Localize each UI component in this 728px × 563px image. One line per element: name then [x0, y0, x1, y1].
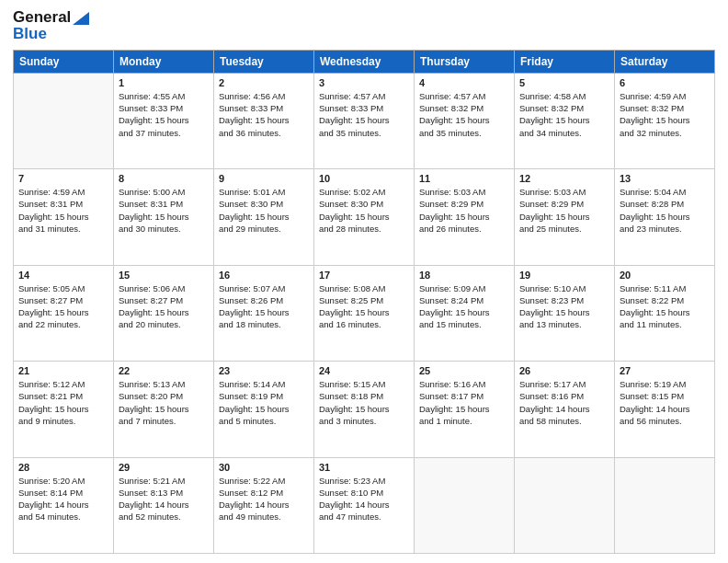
calendar-week-1: 1Sunrise: 4:55 AM Sunset: 8:33 PM Daylig…	[14, 73, 715, 168]
day-number: 11	[419, 173, 509, 184]
day-info: Sunrise: 5:06 AM Sunset: 8:27 PM Dayligh…	[119, 282, 209, 331]
day-info: Sunrise: 5:14 AM Sunset: 8:19 PM Dayligh…	[219, 378, 309, 427]
day-number: 31	[319, 462, 409, 473]
calendar-cell: 28Sunrise: 5:20 AM Sunset: 8:14 PM Dayli…	[14, 457, 114, 554]
day-info: Sunrise: 5:08 AM Sunset: 8:25 PM Dayligh…	[319, 282, 409, 331]
calendar-table: SundayMondayTuesdayWednesdayThursdayFrid…	[13, 50, 715, 554]
calendar-cell: 20Sunrise: 5:11 AM Sunset: 8:22 PM Dayli…	[615, 265, 715, 361]
day-number: 21	[18, 365, 108, 376]
day-number: 27	[620, 365, 710, 376]
day-info: Sunrise: 5:01 AM Sunset: 8:30 PM Dayligh…	[219, 186, 309, 235]
calendar-cell: 26Sunrise: 5:17 AM Sunset: 8:16 PM Dayli…	[515, 362, 615, 457]
calendar-cell: 12Sunrise: 5:03 AM Sunset: 8:29 PM Dayli…	[515, 169, 615, 265]
calendar-cell: 2Sunrise: 4:56 AM Sunset: 8:33 PM Daylig…	[214, 73, 314, 168]
day-number: 3	[319, 77, 409, 88]
calendar-cell: 23Sunrise: 5:14 AM Sunset: 8:19 PM Dayli…	[214, 362, 314, 457]
day-info: Sunrise: 4:59 AM Sunset: 8:32 PM Dayligh…	[620, 90, 710, 139]
day-info: Sunrise: 4:55 AM Sunset: 8:33 PM Dayligh…	[119, 90, 209, 139]
day-info: Sunrise: 5:20 AM Sunset: 8:14 PM Dayligh…	[18, 475, 108, 523]
day-number: 23	[219, 365, 309, 376]
day-info: Sunrise: 5:09 AM Sunset: 8:24 PM Dayligh…	[419, 282, 509, 331]
calendar-week-5: 28Sunrise: 5:20 AM Sunset: 8:14 PM Dayli…	[14, 457, 715, 554]
day-info: Sunrise: 4:59 AM Sunset: 8:31 PM Dayligh…	[18, 186, 108, 235]
calendar-cell: 9Sunrise: 5:01 AM Sunset: 8:30 PM Daylig…	[214, 169, 314, 265]
svg-marker-0	[73, 12, 89, 25]
day-info: Sunrise: 4:57 AM Sunset: 8:32 PM Dayligh…	[419, 90, 509, 139]
day-number: 29	[119, 462, 209, 473]
weekday-header-wednesday: Wednesday	[314, 50, 415, 73]
day-info: Sunrise: 5:13 AM Sunset: 8:20 PM Dayligh…	[119, 378, 209, 427]
day-info: Sunrise: 4:56 AM Sunset: 8:33 PM Dayligh…	[219, 90, 309, 139]
day-number: 13	[620, 173, 710, 184]
logo-general: General	[13, 9, 89, 26]
calendar-cell: 11Sunrise: 5:03 AM Sunset: 8:29 PM Dayli…	[415, 169, 515, 265]
calendar-cell: 31Sunrise: 5:23 AM Sunset: 8:10 PM Dayli…	[314, 457, 415, 554]
day-info: Sunrise: 5:02 AM Sunset: 8:30 PM Dayligh…	[319, 186, 409, 235]
day-number: 10	[319, 173, 409, 184]
calendar-cell: 8Sunrise: 5:00 AM Sunset: 8:31 PM Daylig…	[114, 169, 214, 265]
calendar-cell: 15Sunrise: 5:06 AM Sunset: 8:27 PM Dayli…	[114, 265, 214, 361]
day-info: Sunrise: 5:21 AM Sunset: 8:13 PM Dayligh…	[119, 475, 209, 523]
header: General Blue	[13, 9, 715, 42]
day-info: Sunrise: 5:17 AM Sunset: 8:16 PM Dayligh…	[519, 378, 609, 427]
day-number: 12	[519, 173, 609, 184]
day-info: Sunrise: 5:19 AM Sunset: 8:15 PM Dayligh…	[620, 378, 710, 427]
calendar-cell: 7Sunrise: 4:59 AM Sunset: 8:31 PM Daylig…	[14, 169, 114, 265]
calendar-cell: 29Sunrise: 5:21 AM Sunset: 8:13 PM Dayli…	[114, 457, 214, 554]
weekday-header-row: SundayMondayTuesdayWednesdayThursdayFrid…	[14, 50, 715, 73]
day-number: 24	[319, 365, 409, 376]
day-number: 15	[119, 270, 209, 281]
calendar-cell: 3Sunrise: 4:57 AM Sunset: 8:33 PM Daylig…	[314, 73, 415, 168]
calendar-cell	[415, 457, 515, 554]
calendar-cell: 14Sunrise: 5:05 AM Sunset: 8:27 PM Dayli…	[14, 265, 114, 361]
calendar-cell: 18Sunrise: 5:09 AM Sunset: 8:24 PM Dayli…	[415, 265, 515, 361]
weekday-header-monday: Monday	[114, 50, 214, 73]
calendar-cell	[14, 73, 114, 168]
day-number: 7	[18, 173, 108, 184]
day-number: 30	[219, 462, 309, 473]
day-number: 22	[119, 365, 209, 376]
day-number: 25	[419, 365, 509, 376]
calendar-body: 1Sunrise: 4:55 AM Sunset: 8:33 PM Daylig…	[14, 73, 715, 553]
calendar-cell: 30Sunrise: 5:22 AM Sunset: 8:12 PM Dayli…	[214, 457, 314, 554]
day-info: Sunrise: 4:57 AM Sunset: 8:33 PM Dayligh…	[319, 90, 409, 139]
day-info: Sunrise: 5:16 AM Sunset: 8:17 PM Dayligh…	[419, 378, 509, 427]
day-number: 18	[419, 270, 509, 281]
calendar-week-3: 14Sunrise: 5:05 AM Sunset: 8:27 PM Dayli…	[14, 265, 715, 361]
calendar-cell: 1Sunrise: 4:55 AM Sunset: 8:33 PM Daylig…	[114, 73, 214, 168]
day-info: Sunrise: 5:07 AM Sunset: 8:26 PM Dayligh…	[219, 282, 309, 331]
calendar-cell: 5Sunrise: 4:58 AM Sunset: 8:32 PM Daylig…	[515, 73, 615, 168]
logo-blue: Blue	[13, 26, 89, 42]
day-info: Sunrise: 5:23 AM Sunset: 8:10 PM Dayligh…	[319, 475, 409, 523]
weekday-header-friday: Friday	[515, 50, 615, 73]
weekday-header-tuesday: Tuesday	[214, 50, 314, 73]
day-info: Sunrise: 4:58 AM Sunset: 8:32 PM Dayligh…	[519, 90, 609, 139]
day-info: Sunrise: 5:11 AM Sunset: 8:22 PM Dayligh…	[620, 282, 710, 331]
calendar-cell: 13Sunrise: 5:04 AM Sunset: 8:28 PM Dayli…	[615, 169, 715, 265]
calendar-cell: 16Sunrise: 5:07 AM Sunset: 8:26 PM Dayli…	[214, 265, 314, 361]
day-number: 5	[519, 77, 609, 88]
day-number: 2	[219, 77, 309, 88]
day-info: Sunrise: 5:00 AM Sunset: 8:31 PM Dayligh…	[119, 186, 209, 235]
day-info: Sunrise: 5:05 AM Sunset: 8:27 PM Dayligh…	[18, 282, 108, 331]
calendar-cell: 24Sunrise: 5:15 AM Sunset: 8:18 PM Dayli…	[314, 362, 415, 457]
day-number: 4	[419, 77, 509, 88]
calendar-cell: 10Sunrise: 5:02 AM Sunset: 8:30 PM Dayli…	[314, 169, 415, 265]
weekday-header-thursday: Thursday	[415, 50, 515, 73]
day-info: Sunrise: 5:03 AM Sunset: 8:29 PM Dayligh…	[519, 186, 609, 235]
calendar-cell	[515, 457, 615, 554]
weekday-header-sunday: Sunday	[14, 50, 114, 73]
calendar-cell: 21Sunrise: 5:12 AM Sunset: 8:21 PM Dayli…	[14, 362, 114, 457]
calendar-cell: 27Sunrise: 5:19 AM Sunset: 8:15 PM Dayli…	[615, 362, 715, 457]
day-info: Sunrise: 5:15 AM Sunset: 8:18 PM Dayligh…	[319, 378, 409, 427]
day-info: Sunrise: 5:12 AM Sunset: 8:21 PM Dayligh…	[18, 378, 108, 427]
calendar-cell: 17Sunrise: 5:08 AM Sunset: 8:25 PM Dayli…	[314, 265, 415, 361]
day-number: 20	[620, 270, 710, 281]
day-number: 26	[519, 365, 609, 376]
day-number: 8	[119, 173, 209, 184]
day-number: 16	[219, 270, 309, 281]
page: General Blue SundayMondayTuesdayWednesda…	[0, 0, 728, 563]
day-number: 17	[319, 270, 409, 281]
calendar-cell: 22Sunrise: 5:13 AM Sunset: 8:20 PM Dayli…	[114, 362, 214, 457]
calendar-week-2: 7Sunrise: 4:59 AM Sunset: 8:31 PM Daylig…	[14, 169, 715, 265]
